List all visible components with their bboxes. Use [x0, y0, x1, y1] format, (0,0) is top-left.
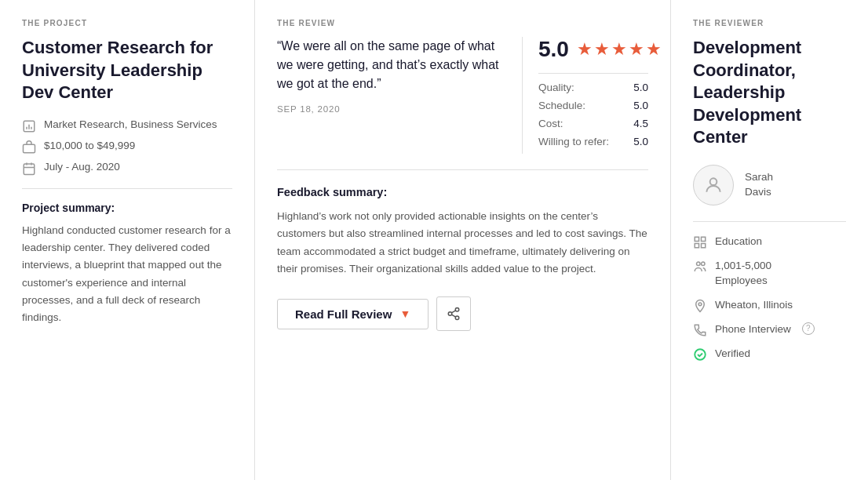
left-panel: THE PROJECT Customer Research for Univer… — [0, 0, 255, 480]
rating-cost: Cost: 4.5 — [538, 118, 648, 129]
svg-rect-2 — [24, 164, 35, 175]
cost-label: Cost: — [538, 118, 563, 129]
verified-icon — [693, 347, 707, 362]
reviewer-section-label: THE REVIEWER — [693, 19, 846, 27]
overall-score: 5.0 — [538, 37, 569, 62]
review-section-label: THE REVIEW — [277, 19, 648, 27]
info-phone-interview: Phone Interview ? — [693, 322, 846, 337]
info-education: Education — [693, 235, 846, 249]
education-text: Education — [715, 235, 762, 249]
phone-interview-text: Phone Interview — [715, 322, 791, 337]
read-review-button[interactable]: Read Full Review ▼ — [277, 299, 429, 329]
svg-rect-12 — [702, 243, 706, 247]
quality-value: 5.0 — [633, 82, 648, 93]
help-icon[interactable]: ? — [802, 322, 815, 335]
svg-point-8 — [710, 178, 717, 185]
reviewer-divider — [693, 221, 846, 222]
svg-point-14 — [702, 262, 706, 266]
stars: ★★★★★ — [577, 39, 663, 60]
review-top: “We were all on the same page of what we… — [277, 37, 648, 154]
quality-label: Quality: — [538, 82, 574, 93]
right-panel: THE REVIEWER Development Coordinator, Le… — [671, 0, 868, 480]
meta-budget: $10,000 to $49,999 — [22, 140, 232, 155]
summary-text: Highland conducted customer research for… — [22, 222, 232, 327]
overall-rating: 5.0 ★★★★★ — [538, 37, 648, 62]
svg-point-16 — [695, 349, 706, 360]
avatar — [693, 165, 734, 205]
verified-text: Verified — [715, 347, 750, 362]
rating-refer: Willing to refer: 5.0 — [538, 136, 648, 147]
svg-rect-10 — [702, 237, 706, 241]
meta-category-text: Market Research, Business Services — [44, 118, 217, 130]
meta-date: July - Aug. 2020 — [22, 161, 232, 176]
rating-schedule: Schedule: 5.0 — [538, 100, 648, 111]
share-button[interactable] — [436, 296, 471, 331]
review-text-area: “We were all on the same page of what we… — [277, 37, 523, 154]
cost-value: 4.5 — [633, 118, 648, 129]
feedback-text: Highland’s work not only provided action… — [277, 208, 648, 278]
schedule-label: Schedule: — [538, 100, 585, 111]
middle-panel: THE REVIEW “We were all on the same page… — [255, 0, 671, 480]
employees-text: 1,001-5,000Employees — [715, 259, 771, 289]
refer-value: 5.0 — [633, 136, 648, 147]
chevron-down-icon: ▼ — [399, 307, 410, 320]
chart-icon — [22, 119, 36, 133]
refer-label: Willing to refer: — [538, 136, 609, 147]
phone-icon — [693, 323, 707, 337]
meta-budget-text: $10,000 to $49,999 — [44, 140, 135, 151]
svg-line-6 — [452, 315, 456, 317]
ratings-area: 5.0 ★★★★★ Quality: 5.0 Schedule: 5.0 Cos… — [523, 37, 648, 154]
svg-point-3 — [455, 308, 459, 312]
review-date: SEP 18, 2020 — [277, 104, 506, 114]
info-location: Wheaton, Illinois — [693, 298, 846, 313]
reviewer-title: Development Coordinator, Leadership Deve… — [693, 37, 846, 149]
location-text: Wheaton, Illinois — [715, 298, 793, 313]
location-icon — [693, 299, 707, 313]
svg-line-7 — [452, 311, 456, 313]
svg-rect-9 — [695, 237, 698, 241]
divider-1 — [22, 188, 232, 189]
svg-point-5 — [455, 316, 459, 320]
meta-category: Market Research, Business Services — [22, 118, 232, 133]
svg-point-4 — [448, 312, 452, 316]
info-employees: 1,001-5,000Employees — [693, 259, 846, 289]
employees-icon — [693, 260, 707, 274]
svg-point-13 — [697, 262, 701, 266]
education-icon — [693, 235, 707, 249]
money-icon — [22, 140, 36, 155]
calendar-icon — [22, 162, 36, 176]
info-verified: Verified — [693, 347, 846, 362]
feedback-section: Feedback summary: Highland’s work not on… — [277, 169, 648, 331]
svg-rect-1 — [24, 144, 35, 153]
action-bar: Read Full Review ▼ — [277, 296, 648, 331]
meta-date-text: July - Aug. 2020 — [44, 161, 120, 173]
feedback-label: Feedback summary: — [277, 186, 648, 198]
rating-quality: Quality: 5.0 — [538, 82, 648, 93]
share-icon — [447, 307, 461, 321]
read-review-label: Read Full Review — [295, 307, 392, 321]
rating-divider — [538, 73, 648, 74]
svg-point-15 — [698, 303, 702, 306]
review-quote: “We were all on the same page of what we… — [277, 37, 506, 93]
reviewer-name: SarahDavis — [745, 170, 773, 200]
project-section-label: THE PROJECT — [22, 19, 232, 27]
project-title: Customer Research for University Leaders… — [22, 37, 232, 104]
reviewer-profile: SarahDavis — [693, 165, 846, 205]
schedule-value: 5.0 — [633, 100, 648, 111]
summary-label: Project summary: — [22, 202, 232, 214]
svg-rect-11 — [695, 243, 698, 247]
person-icon — [703, 175, 724, 195]
